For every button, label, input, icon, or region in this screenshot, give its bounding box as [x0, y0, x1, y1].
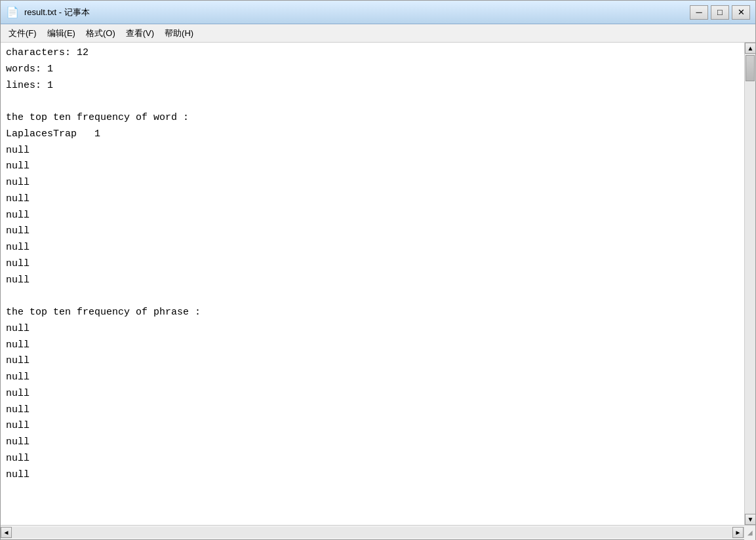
- scroll-left-button[interactable]: ◄: [1, 527, 12, 538]
- horizontal-scrollbar: ◄ ►: [1, 527, 744, 538]
- scroll-down-button[interactable]: ▼: [745, 514, 755, 525]
- scroll-up-button[interactable]: ▲: [745, 43, 755, 54]
- window-controls: ─ □ ✕: [690, 5, 750, 20]
- window-icon: 📄: [6, 6, 19, 19]
- minimize-button[interactable]: ─: [690, 5, 708, 20]
- status-bar: ◄ ► ◢: [1, 525, 755, 539]
- menu-help[interactable]: 帮助(H): [159, 24, 199, 42]
- main-window: 📄 result.txt - 记事本 ─ □ ✕ 文件(F) 编辑(E) 格式(…: [0, 0, 756, 540]
- content-area: characters: 12 words: 1 lines: 1 the top…: [1, 43, 755, 525]
- title-bar: 📄 result.txt - 记事本 ─ □ ✕: [1, 1, 755, 24]
- menu-file[interactable]: 文件(F): [3, 24, 42, 42]
- window-title: result.txt - 记事本: [24, 7, 690, 18]
- text-editor[interactable]: characters: 12 words: 1 lines: 1 the top…: [1, 43, 744, 525]
- menu-edit[interactable]: 编辑(E): [42, 24, 81, 42]
- close-button[interactable]: ✕: [732, 5, 750, 20]
- menu-format[interactable]: 格式(O): [81, 24, 121, 42]
- menu-bar: 文件(F) 编辑(E) 格式(O) 查看(V) 帮助(H): [1, 24, 755, 43]
- scroll-right-button[interactable]: ►: [732, 527, 744, 538]
- scroll-track-horizontal[interactable]: [12, 527, 732, 538]
- maximize-button[interactable]: □: [711, 5, 729, 20]
- vertical-scrollbar: ▲ ▼: [744, 43, 755, 525]
- resize-corner[interactable]: ◢: [744, 526, 755, 540]
- menu-view[interactable]: 查看(V): [121, 24, 159, 42]
- scroll-thumb-vertical[interactable]: [746, 55, 755, 81]
- scroll-track-vertical[interactable]: [745, 54, 755, 514]
